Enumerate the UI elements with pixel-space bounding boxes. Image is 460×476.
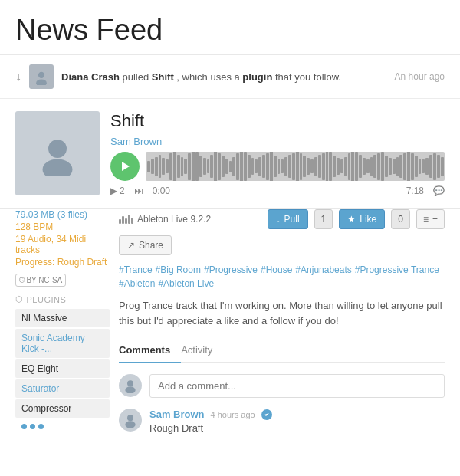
waveform-bar [288,155,291,178]
waveform-bar [151,159,154,174]
tabs-row: CommentsActivity [119,339,445,363]
waveform-bar [214,152,217,181]
waveform-bar [258,157,261,176]
activity-username[interactable]: Diana Crash [61,71,120,83]
play-button[interactable] [110,152,140,181]
like-count: 0 [391,209,410,229]
waveform-bar [274,156,277,177]
waveform-bar [196,152,199,181]
waveform-bar [166,159,169,173]
verified-icon [261,409,272,420]
waveform-bar [396,157,399,176]
waveform-bar [225,159,228,174]
waveform-bar [433,153,436,180]
waveform-bar [255,159,258,173]
waveform-bar [270,152,273,181]
waveform-bar [251,158,255,175]
waveform-bar [393,159,396,174]
right-content: Ableton Live 9.2.2 ↓ Pull 1 ★ Like 0 ≡ +… [119,209,445,442]
time-total: 7:18 [406,185,424,196]
waveform-bar [363,158,366,175]
waveform-bar [203,158,206,175]
waveform-bar [340,159,343,173]
waveform-bar [326,152,329,181]
pull-arrow-icon: ↓ [15,70,21,84]
plugin-item[interactable]: Compressor [15,399,110,418]
daw-bar-5 [131,218,133,224]
tag[interactable]: #Big Room [156,264,201,275]
tab-comments[interactable]: Comments [119,339,181,363]
tag[interactable]: #Trance [119,264,153,275]
tag[interactable]: #House [261,264,292,275]
tab-activity[interactable]: Activity [181,339,223,363]
activity-description: Diana Crash pulled Shift , which uses a … [61,71,387,83]
waveform[interactable] [146,152,445,181]
comment-time: 4 hours ago [211,410,255,419]
track-meta: ▶ 2 ⏭ 0:00 7:18 💬 [110,185,445,196]
waveform-bar [329,152,332,181]
tag[interactable]: #Ableton [119,278,155,289]
pull-count: 1 [314,209,334,229]
waveform-bar [181,157,184,176]
waveform-bar [373,155,376,178]
waveform-bar [169,153,172,180]
plugin-item[interactable]: Sonic Academy Kick -... [15,329,110,358]
waveform-bar [218,153,221,180]
waveform-bar [322,153,325,180]
comments-list: Sam Brown 4 hours ago Rough Draft [119,409,445,434]
tag[interactable]: #Progressive Trance [355,264,439,275]
progress-label: Progress: Rough Draft [15,257,110,268]
page-header: News Feed [0,0,460,55]
waveform-bar [359,155,362,178]
plus-icon: + [432,214,438,225]
comment-item: Sam Brown 4 hours ago Rough Draft [119,409,445,434]
activity-track[interactable]: Shift [152,71,174,83]
plugin-item[interactable]: NI Massive [15,309,110,327]
waveform-container [110,152,445,181]
like-button[interactable]: ★ Like [339,209,385,229]
commenter-name[interactable]: Sam Brown [150,409,205,420]
track-title: Shift [110,111,445,131]
track-description: Prog Trance track that I'm working on. M… [119,298,445,328]
comment-input[interactable] [150,374,445,398]
pull-button[interactable]: ↓ Pull [268,209,308,229]
waveform-bar [240,152,243,181]
svg-point-2 [48,140,67,158]
waveform-bar [429,155,432,178]
waveform-bar [318,155,321,178]
waveform-bar [192,152,195,181]
share-button[interactable]: ↗ Share [119,235,172,255]
plugins-list: NI MassiveSonic Academy Kick -...EQ Eigh… [15,309,110,418]
waveform-bar [389,158,392,175]
waveform-bar [244,152,247,181]
current-user-avatar [119,374,142,397]
waveform-bar [355,152,358,181]
share-icon: ↗ [127,240,135,251]
two-col-layout: 79.03 MB (3 files) 128 BPM 19 Audio, 34 … [0,209,460,454]
license-badge: © BY-NC-SA [15,274,66,287]
waveform-bar [266,153,269,180]
waveform-bar [281,159,284,173]
pull-icon: ↓ [276,214,281,225]
waveform-bar [333,156,336,177]
tag[interactable]: #Progressive [204,264,258,275]
plugin-item[interactable]: EQ Eight [15,359,110,378]
waveform-bar [351,152,354,181]
activity-plugin-link[interactable]: plugin [242,71,272,83]
track-artist[interactable]: Sam Brown [110,136,445,147]
tag[interactable]: #Ableton Live [158,278,214,289]
waveform-bar [348,153,351,180]
cc-icon: © [19,276,25,284]
waveform-bar [344,157,347,176]
playlist-button[interactable]: ≡ + [416,209,445,229]
daw-bar-3 [125,218,127,224]
plugin-item[interactable]: Saturator [15,379,110,398]
waveform-bar [248,155,251,178]
comment-body: Sam Brown 4 hours ago Rough Draft [150,409,445,434]
svg-point-5 [127,381,133,387]
more-plugins[interactable] [15,419,110,434]
star-icon: ★ [347,214,356,225]
daw-bar-2 [122,216,124,224]
waveform-bar [381,152,384,181]
tag[interactable]: #Anjunabeats [295,264,351,275]
